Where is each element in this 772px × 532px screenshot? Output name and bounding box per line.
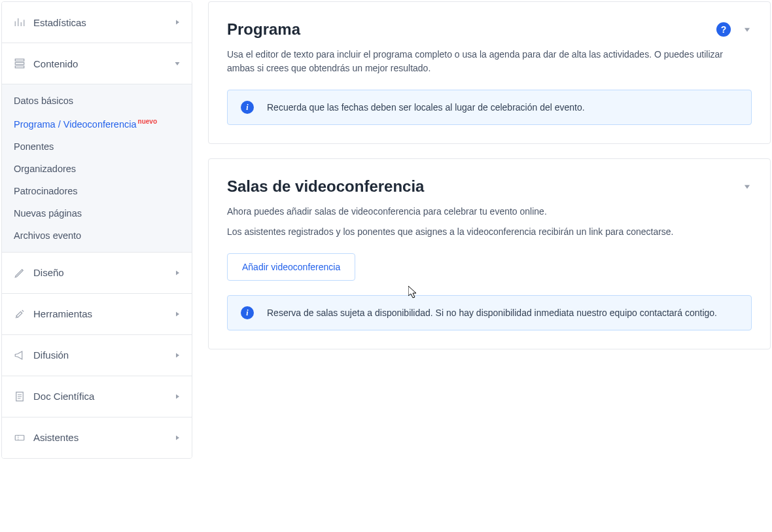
svg-rect-4 [15, 435, 24, 440]
sidebar-item-label: Doc Científica [33, 391, 173, 402]
sidebar-item-label: Difusión [33, 349, 173, 361]
subnav-item-label: Programa / Videoconferencia [14, 119, 137, 130]
pencil-icon [12, 267, 27, 279]
new-badge: nuevo [138, 118, 157, 125]
sidebar-item-asistentes[interactable]: Asistentes [2, 417, 192, 458]
layout-icon [12, 58, 27, 69]
svg-rect-0 [15, 59, 24, 61]
tools-icon [12, 308, 27, 320]
card-description: Ahora puedes añadir salas de videoconfer… [227, 205, 752, 219]
sidebar-item-herramientas[interactable]: Herramientas [2, 294, 192, 335]
card-title: Programa [227, 20, 716, 39]
chevron-right-icon [173, 434, 181, 442]
sidebar-item-estadisticas[interactable]: Estadísticas [2, 2, 192, 43]
chevron-down-icon [173, 60, 181, 67]
svg-rect-1 [15, 63, 24, 65]
info-text: Reserva de salas sujeta a disponibilidad… [267, 308, 717, 318]
info-icon: i [241, 306, 254, 319]
subnav-archivos-evento[interactable]: Archivos evento [2, 224, 192, 247]
help-icon[interactable]: ? [716, 22, 731, 37]
card-programa: Programa ? Usa el editor de texto para i… [208, 1, 771, 144]
subnav-datos-basicos[interactable]: Datos básicos [2, 90, 192, 112]
info-banner: i Recuerda que las fechas deben ser loca… [227, 90, 752, 125]
document-icon [12, 391, 27, 402]
info-text: Recuerda que las fechas deben ser locale… [267, 102, 585, 113]
card-header: Programa ? [227, 20, 752, 39]
card-header: Salas de videoconferencia [227, 177, 752, 196]
chevron-right-icon [173, 18, 181, 26]
sidebar: Estadísticas Contenido Datos básicos Pro… [1, 1, 192, 459]
subnav-patrocinadores[interactable]: Patrocinadores [2, 180, 192, 202]
sidebar-item-contenido[interactable]: Contenido [2, 43, 192, 84]
add-videoconference-button[interactable]: Añadir videoconferencia [227, 253, 355, 281]
chevron-down-icon[interactable] [743, 182, 752, 191]
subnav-nuevas-paginas[interactable]: Nuevas páginas [2, 202, 192, 224]
sidebar-item-difusion[interactable]: Difusión [2, 335, 192, 376]
card-description: Los asistentes registrados y los ponente… [227, 225, 752, 239]
subnav-contenido: Datos básicos Programa / Videoconferenci… [2, 84, 192, 253]
subnav-organizadores[interactable]: Organizadores [2, 158, 192, 180]
sidebar-item-doc-cientifica[interactable]: Doc Científica [2, 376, 192, 417]
chevron-right-icon [173, 269, 181, 277]
ticket-icon [12, 432, 27, 444]
bar-chart-icon [12, 16, 27, 28]
subnav-programa[interactable]: Programa / Videoconferencianuevo [2, 112, 192, 135]
svg-rect-2 [15, 66, 24, 68]
chevron-right-icon [173, 393, 181, 400]
chevron-right-icon [173, 351, 181, 359]
chevron-right-icon [173, 310, 181, 318]
card-description: Usa el editor de texto para incluir el p… [227, 48, 752, 75]
sidebar-item-label: Diseño [33, 267, 173, 278]
megaphone-icon [12, 349, 27, 361]
sidebar-item-diseno[interactable]: Diseño [2, 253, 192, 294]
sidebar-item-label: Contenido [33, 58, 173, 69]
card-salas: Salas de videoconferencia Ahora puedes a… [208, 158, 771, 349]
info-icon: i [241, 101, 254, 114]
sidebar-item-label: Asistentes [33, 432, 173, 443]
sidebar-item-label: Herramientas [33, 308, 173, 319]
info-banner: i Reserva de salas sujeta a disponibilid… [227, 295, 752, 330]
subnav-ponentes[interactable]: Ponentes [2, 135, 192, 158]
card-title: Salas de videoconferencia [227, 177, 743, 196]
sidebar-item-label: Estadísticas [33, 17, 173, 28]
main-content: Programa ? Usa el editor de texto para i… [194, 0, 772, 532]
chevron-down-icon[interactable] [743, 25, 752, 34]
